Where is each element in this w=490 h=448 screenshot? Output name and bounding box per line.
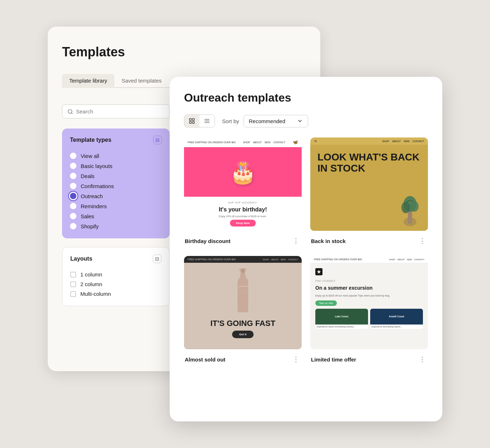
list-icon — [204, 118, 210, 124]
filter-item-basic-layouts[interactable]: Basic layouts — [70, 161, 162, 171]
almost-headline: IT'S GOING FAST — [210, 319, 275, 328]
view-toggle — [184, 115, 215, 127]
svg-rect-3 — [193, 118, 194, 120]
grid-icon — [189, 118, 195, 124]
back-stock-headline: LOOK WHAT'S BACK IN STOCK — [317, 152, 421, 174]
limited-nav: FREE SHIPPING ON ORDERS OVER $40 SHOPABO… — [310, 256, 428, 263]
list-view-btn[interactable] — [199, 115, 215, 127]
limited-cards-row: Lake Como Experience nature enchanting s… — [315, 309, 423, 329]
almost-cta: Get it — [232, 331, 254, 338]
checkbox-2col — [70, 281, 76, 287]
almost-name: Almost sold out — [185, 356, 225, 363]
almost-nav: FREE SHIPPING ON ORDERS OVER $40 SHOPABO… — [184, 256, 302, 263]
birthday-headline: It's your birthday! — [219, 206, 267, 213]
outreach-title: Outreach templates — [184, 91, 428, 104]
birthday-cta: Shop Now — [230, 220, 255, 227]
back-stock-name: Back in stock — [311, 238, 346, 244]
limited-content: FIND YOURSELF On a summer excursion Enjo… — [310, 263, 428, 349]
template-card-limited[interactable]: FREE SHIPPING ON ORDERS OVER $40 SHOPABO… — [310, 256, 428, 366]
layouts-filter-header: Layouts ⊟ — [70, 255, 161, 263]
radio-outreach — [70, 193, 76, 199]
sort-dropdown[interactable]: Recommended — [244, 115, 308, 127]
limited-logo — [315, 268, 322, 275]
back-stock-footer: Back in stock ⋮ — [310, 234, 428, 247]
page-title: Templates — [62, 45, 306, 60]
almost-content: IT'S GOING FAST Get it — [184, 263, 302, 345]
filter-item-reminders[interactable]: Reminders — [70, 201, 162, 211]
radio-deals — [70, 173, 76, 179]
layouts-collapse-btn[interactable]: ⊟ — [153, 255, 161, 263]
radio-confirmations — [70, 183, 76, 189]
template-types-title: Template types — [70, 137, 111, 143]
limited-sub: Enjoy up to $200 off our most popular Tr… — [315, 294, 423, 298]
radio-sales — [70, 213, 76, 219]
checkbox-1col — [70, 272, 76, 277]
birthday-text-area: HIP HIP HOORAY! It's your birthday! Enjo… — [184, 197, 302, 231]
sort-selected: Recommended — [249, 118, 286, 124]
filter-item-shopify[interactable]: Shopify — [70, 221, 162, 231]
filter-item-2col[interactable]: 2 column — [70, 279, 161, 289]
limited-cta: Take an offer — [315, 300, 337, 306]
limited-more-btn[interactable]: ⋮ — [417, 354, 427, 364]
filter-item-outreach[interactable]: Outreach — [70, 191, 162, 201]
filter-item-deals[interactable]: Deals — [70, 171, 162, 181]
almost-more-btn[interactable]: ⋮ — [291, 354, 301, 364]
template-card-almost[interactable]: FREE SHIPPING ON ORDERS OVER $40 SHOPABO… — [184, 256, 302, 366]
filter-item-multicol[interactable]: Multi-column — [70, 289, 161, 299]
svg-line-1 — [71, 113, 72, 114]
radio-basic-layouts — [70, 163, 76, 169]
birthday-nav: FREE SHIPPING ON ORDERS OVER $40 SHOP AB… — [184, 137, 302, 147]
radio-reminders — [70, 203, 76, 209]
front-card: Outreach templates Sort by Recommended — [170, 77, 442, 421]
limited-footer: Limited time offer ⋮ — [310, 353, 428, 366]
birthday-more-btn[interactable]: ⋮ — [291, 236, 301, 246]
filter-header: Template types ⊟ — [70, 136, 162, 144]
sort-label: Sort by — [222, 118, 239, 124]
limited-headline: On a summer excursion — [315, 285, 423, 291]
svg-rect-4 — [189, 122, 191, 123]
template-card-back-stock[interactable]: 🦋 SHOPABOUTNEWCONTACT LOOK WHAT'S BACK I… — [310, 137, 428, 247]
search-icon — [67, 109, 73, 115]
back-stock-more-btn[interactable]: ⋮ — [417, 236, 427, 246]
templates-grid: FREE SHIPPING ON ORDERS OVER $40 SHOP AB… — [184, 137, 428, 366]
limited-thumbnail: FREE SHIPPING ON ORDERS OVER $40 SHOPABO… — [310, 256, 428, 349]
birthday-sub: Enjoy 10% off a purchase of $100 or more… — [219, 215, 267, 218]
birthday-tagline: HIP HIP HOORAY! — [228, 201, 258, 204]
search-input[interactable] — [76, 108, 164, 115]
almost-footer: Almost sold out ⋮ — [184, 353, 302, 366]
template-types-collapse-btn[interactable]: ⊟ — [153, 136, 162, 144]
birthday-cake-area: 🎂 — [184, 147, 302, 197]
filter-item-confirmations[interactable]: Confirmations — [70, 181, 162, 191]
layouts-title: Layouts — [70, 256, 92, 262]
grid-view-btn[interactable] — [184, 115, 199, 127]
scene: Templates Template library Saved templat… — [48, 27, 442, 421]
back-stock-thumbnail: 🦋 SHOPABOUTNEWCONTACT LOOK WHAT'S BACK I… — [310, 137, 428, 231]
svg-point-12 — [401, 202, 410, 213]
radio-shopify — [70, 223, 76, 229]
checkbox-multicol — [70, 291, 76, 297]
almost-thumbnail: FREE SHIPPING ON ORDERS OVER $40 SHOPABO… — [184, 256, 302, 349]
radio-view-all — [70, 153, 76, 159]
birthday-name: Birthday discount — [185, 238, 231, 244]
limited-name: Limited time offer — [311, 356, 356, 363]
search-box[interactable] — [62, 104, 170, 118]
template-types-section: Template types ⊟ View all Basic layouts … — [62, 129, 170, 238]
limited-tagline: FIND YOURSELF — [315, 280, 423, 282]
svg-point-13 — [410, 201, 419, 212]
back-stock-nav: 🦋 SHOPABOUTNEWCONTACT — [310, 137, 428, 145]
tab-saved-templates[interactable]: Saved templates — [114, 74, 169, 88]
template-card-birthday[interactable]: FREE SHIPPING ON ORDERS OVER $40 SHOP AB… — [184, 137, 302, 247]
layouts-section: Layouts ⊟ 1 column 2 column Multi-column — [62, 247, 170, 306]
filter-item-view-all[interactable]: View all — [70, 151, 162, 161]
birthday-footer: Birthday discount ⋮ — [184, 234, 302, 247]
filter-item-sales[interactable]: Sales — [70, 211, 162, 221]
svg-rect-14 — [241, 269, 244, 273]
plant-icon — [396, 195, 424, 227]
toolbar-row: Sort by Recommended — [184, 115, 428, 127]
chevron-down-icon — [297, 118, 303, 124]
filter-item-1col[interactable]: 1 column — [70, 270, 161, 279]
svg-rect-5 — [193, 122, 194, 123]
tab-template-library[interactable]: Template library — [62, 74, 114, 88]
svg-rect-2 — [189, 118, 191, 120]
birthday-thumbnail: FREE SHIPPING ON ORDERS OVER $40 SHOP AB… — [184, 137, 302, 231]
